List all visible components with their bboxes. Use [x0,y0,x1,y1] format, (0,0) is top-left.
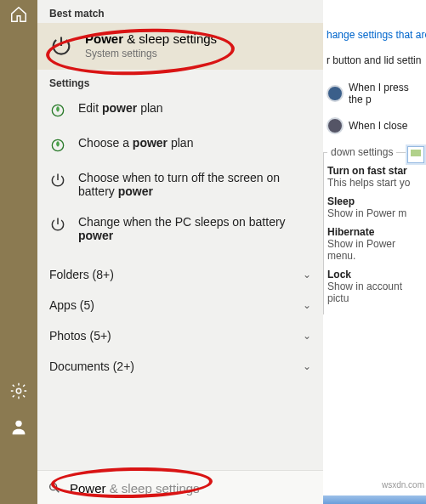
best-match-item[interactable]: Power & sleep settings System settings [37,23,323,70]
close-lid-row: When I close [327,117,423,134]
category-item[interactable]: Photos (5+)⌄ [37,320,323,351]
settings-list: Edit power planChoose a power planChoose… [37,93,323,256]
settings-item-label: Choose a power plan [78,136,193,150]
shutdown-option-title: Hibernate [327,226,423,238]
power-icon [49,216,66,233]
search-icon [48,481,61,495]
power-plan-icon [49,137,66,154]
settings-item[interactable]: Choose a power plan [37,127,323,162]
change-settings-link[interactable]: hange settings that are [327,29,426,41]
home-icon[interactable] [9,5,28,24]
category-label: Photos (5+) [49,329,111,343]
taskbar-fragment [323,496,426,504]
power-icon [49,172,66,189]
settings-item-label: Choose when to turn off the screen on ba… [78,171,308,198]
shutdown-option-sub: Show in Power m [327,207,423,219]
chevron-down-icon: ⌄ [303,330,311,342]
search-input[interactable] [70,480,231,495]
chevron-down-icon: ⌄ [303,299,311,311]
preview-thumbnail [407,146,424,163]
lid-icon [327,117,344,134]
press-power-row: When I press the p [327,82,423,105]
best-match-subtitle: System settings [85,48,217,59]
settings-item-label: Change when the PC sleeps on battery pow… [78,215,308,242]
settings-item[interactable]: Edit power plan [37,93,323,127]
best-match-title: Power & sleep settings [85,31,217,46]
category-label: Apps (5) [49,298,94,312]
category-label: Documents (2+) [49,360,134,373]
category-list: Folders (8+)⌄Apps (5)⌄Photos (5+)⌄Docume… [37,256,323,385]
settings-item[interactable]: Change when the PC sleeps on battery pow… [37,207,323,251]
shutdown-option-sub: Show in Power menu. [327,238,423,262]
power-plan-icon [49,102,66,119]
power-icon [49,34,73,58]
user-icon[interactable] [9,417,28,436]
svg-point-0 [16,388,21,394]
shutdown-option-sub: Show in account pictu [327,280,423,304]
settings-item-label: Edit power plan [78,101,163,115]
search-bar: Power & sleep settings [37,470,323,504]
shutdown-option-title: Lock [327,269,423,280]
settings-item[interactable]: Choose when to turn off the screen on ba… [37,162,323,207]
search-results-panel: Best match Power & sleep settings System… [37,0,323,504]
watermark: wsxdn.com [382,480,424,490]
gear-icon[interactable] [9,382,28,400]
background-power-options: hange settings that are r button and lid… [323,0,426,504]
svg-point-4 [50,483,57,490]
chevron-down-icon: ⌄ [303,360,311,372]
best-match-header: Best match [37,0,323,23]
start-rail [0,0,37,504]
category-item[interactable]: Folders (8+)⌄ [37,259,323,290]
category-item[interactable]: Apps (5)⌄ [37,290,323,320]
settings-header: Settings [37,70,323,93]
shutdown-option-sub: This helps start yo [327,177,423,189]
shutdown-option-title: Sleep [327,195,423,207]
shutdown-settings-group: down settings Turn on fast starThis help… [323,146,426,314]
chevron-down-icon: ⌄ [303,269,311,280]
button-lid-label: r button and lid settin [323,51,426,70]
power-button-icon [327,85,344,102]
shutdown-option-title: Turn on fast star [327,165,423,177]
category-item[interactable]: Documents (2+)⌄ [37,351,323,382]
shutdown-legend: down settings [327,146,396,158]
svg-point-1 [15,421,21,427]
category-label: Folders (8+) [49,268,114,281]
